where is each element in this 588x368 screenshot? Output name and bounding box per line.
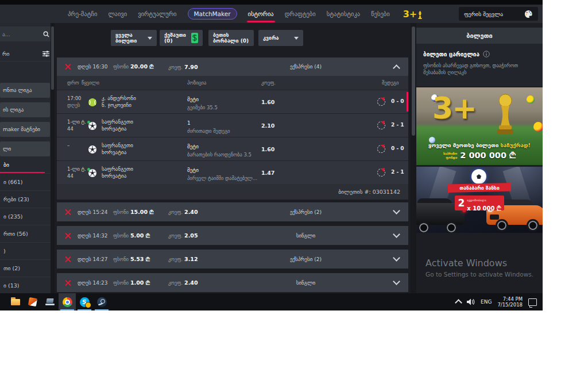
chrome-icon[interactable] [59, 293, 76, 310]
steam-icon[interactable] [93, 293, 110, 310]
bet-row-tennis[interactable]: 17:00დღეს კ. ანდერსონინ. ჯოკოვიჩი მეტიგე… [57, 90, 408, 113]
soccer-ball-emblem-icon [471, 169, 486, 184]
skype-icon[interactable]: S [76, 293, 93, 310]
language-indicator[interactable]: ENG [481, 299, 492, 305]
row-score: 2 - 1 [391, 122, 404, 128]
refresh-icon[interactable] [377, 121, 385, 129]
top-black-strip [0, 0, 543, 5]
ticket-type: ექსპრესი (2) [218, 209, 394, 215]
nav-live[interactable]: ლაივი [108, 10, 127, 17]
info-icon [483, 51, 490, 57]
tennis-ball-icon [88, 98, 96, 109]
speaker-icon[interactable] [467, 298, 475, 305]
sidebar-item-6[interactable]: თი (2) [0, 260, 51, 277]
stake-label: ფსონი [113, 64, 129, 70]
row-score: 0 - 0 [391, 145, 404, 151]
ticket-time: დღეს 15:24 [78, 209, 113, 215]
app-orange-icon[interactable] [24, 293, 41, 310]
activate-title: Activate Windows [425, 258, 533, 269]
scrollbar-thumb[interactable] [412, 26, 415, 136]
nav-drafts[interactable]: დრაფტები [285, 10, 316, 17]
betslip-empty-title: ბილეთი ცარიელია [423, 51, 536, 57]
collapsed-ticket-3[interactable]: დღეს 14:27 ფსონი5.53 ₾ კოეფ.3.12 ექსპრეს… [57, 250, 408, 269]
bet-wheel-button[interactable]: ბეთის ბორბალი (0) [208, 30, 254, 46]
bet-wheel-label: ბეთის ბორბალი (0) [213, 32, 249, 44]
sidebar-item-label: თი (2) [3, 265, 20, 271]
sidebar-quick-champions-league[interactable]: ონთა ლიგა [0, 83, 50, 98]
worldcup-promo-banner[interactable]: 3+ ყოველი მეოთხე ბილეთი საჩუქრად! საპრიზ… [416, 87, 543, 165]
ticket-time: დღეს 14:27 [78, 256, 113, 262]
bet-row-soccer-3[interactable]: 1-ლი ტ.44 საფრანგეთიხორვატია მეტიპირველ … [57, 160, 408, 184]
sidebar-item-top[interactable]: ბი [0, 156, 51, 174]
sidebar-sport-filter[interactable]: რი [0, 46, 54, 62]
row-position: მეტიბარათების რაოდენობა 3.5 [187, 142, 252, 158]
chevron-up-icon[interactable] [393, 64, 400, 72]
sidebar-quick-matchmaker[interactable]: maker მატჩები [0, 122, 50, 137]
tray-chevron-up-icon[interactable] [455, 299, 462, 306]
refresh-icon[interactable] [377, 98, 385, 106]
sidebar-filter-label: რი [2, 51, 9, 57]
row-coef: 1.47 [261, 170, 274, 176]
sidebar-search-text: ა... [2, 31, 10, 37]
cashout-button[interactable]: ქეშაუთი (0) [160, 30, 203, 46]
nav-virtual[interactable]: ვირტუალური [138, 10, 176, 17]
sidebar-quick-popular[interactable]: ლი [0, 141, 50, 156]
lost-x-icon [64, 279, 72, 286]
bet-row-soccer-1[interactable]: 1-ლი ტ.44 საფრანგეთიხორვატია 1ძირითადი შ… [57, 113, 408, 137]
sidebar-scrollbar[interactable] [51, 23, 55, 293]
brazil-ball-icon [527, 95, 535, 103]
row-coef: 1.60 [261, 99, 274, 105]
sidebar-item-7[interactable]: ი (13) [0, 277, 51, 294]
worldcup-trophy-icon [494, 93, 516, 136]
nav-history-active[interactable]: ისტორია [248, 10, 274, 17]
refresh-icon[interactable] [377, 168, 385, 177]
sidebar-quick-league[interactable]: ის ლიგა [0, 102, 50, 117]
main-navbar: პრე-მატჩი ლაივი ვირტუალური MatchMaker ის… [0, 5, 543, 23]
clock[interactable]: 7:44 PM7/15/2018 [497, 296, 523, 308]
all-tickets-dropdown[interactable]: ყველა ბილეთი [111, 30, 157, 46]
sidebar-search-input[interactable]: ა... [0, 26, 54, 41]
coef-label: კოეფ. [168, 64, 183, 70]
nav-pre-match[interactable]: პრე-მატჩი [68, 10, 97, 17]
soccer-ball-icon [88, 121, 96, 132]
nav-rules[interactable]: წესები [371, 10, 389, 17]
ticket-time: დღეს 16:30 [78, 64, 113, 70]
sidebar-item-football[interactable]: ი (661) [0, 174, 51, 191]
sidebar-item-4[interactable]: რთი (56) [0, 225, 51, 243]
chevron-down-icon[interactable] [393, 254, 400, 262]
action-center-icon[interactable] [528, 298, 537, 306]
sidebar-item-5[interactable]: ) [0, 243, 51, 260]
row-position: 1ძირითადი შედეგი [187, 118, 230, 135]
chevron-down-icon[interactable] [393, 231, 400, 238]
nav-matchmaker[interactable]: MatchMaker [188, 8, 237, 20]
file-explorer-icon[interactable] [7, 293, 24, 310]
cashout-label: ქეშაუთი (0) [164, 32, 187, 44]
row-score: 2 - 1 [391, 169, 404, 175]
sidebar-item-label: ი (661) [3, 179, 22, 185]
collapsed-ticket-1[interactable]: დღეს 15:24 ფსონი15.00 ₾ კოეფ.2.40 ექსპრე… [57, 202, 408, 221]
chevron-down-icon[interactable] [393, 278, 400, 285]
collapsed-ticket-2[interactable]: დღეს 14:32 ფსონი5.00 ₾ კოეფ.2.05 სინგლი [57, 226, 408, 245]
period-dropdown[interactable]: კვირა [258, 30, 303, 46]
scrollbar-thumb[interactable] [51, 26, 54, 90]
promo-3plus-logo[interactable]: 3+ [403, 9, 423, 20]
ticket-header[interactable]: დღეს 16:30 ფსონი20.00 ₾ კოეფ.7.90 ექსპრე… [57, 57, 408, 76]
laptop-app-icon[interactable] [41, 293, 59, 310]
refresh-icon[interactable] [377, 145, 385, 153]
ticket-stake: ფსონი20.00 ₾ [113, 63, 168, 70]
chevron-down-icon[interactable] [393, 207, 400, 214]
ticket-type: სინგლი [218, 280, 394, 286]
ticket-time: დღეს 14:32 [78, 233, 113, 239]
sidebar-item-2[interactable]: რები (23) [0, 191, 51, 208]
cars-promo-banner[interactable]: თანაბარი შანსი 2 ავტომობილიx 10 000 ₾ [416, 167, 543, 233]
color-change-button[interactable]: ფერის შეცვლა [459, 7, 538, 21]
nav-statistics[interactable]: სტატისტიკა [327, 10, 360, 17]
ticket-type: ექსპრესი (2) [218, 256, 394, 262]
main-scrollbar[interactable] [411, 23, 416, 293]
sidebar-item-3[interactable]: ი (235) [0, 208, 51, 225]
trophy-icon [417, 11, 423, 20]
collapsed-ticket-4[interactable]: დღეს 14:23 ფსონი1.00 ₾ კოეფ.2.40 სინგლი [57, 273, 408, 292]
bet-row-soccer-2[interactable]: – საფრანგეთიხორვატია მეტიბარათების რაოდე… [57, 137, 408, 160]
skype-badge [85, 302, 91, 308]
coef-value: 7.90 [184, 64, 198, 70]
